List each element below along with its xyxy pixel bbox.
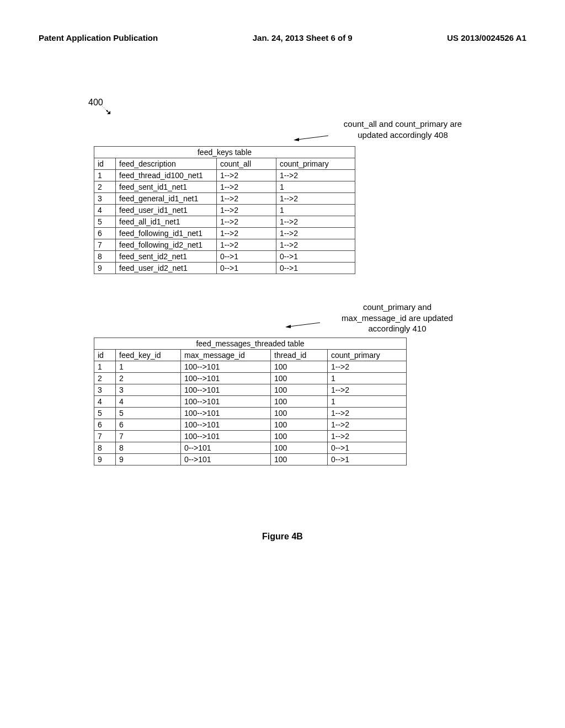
- table1-title: feed_keys table: [94, 147, 355, 158]
- table2-h1: feed_key_id: [116, 350, 181, 361]
- table-row: 2feed_sent_id1_net11-->21: [94, 181, 355, 193]
- arrow-400-icon: [99, 103, 526, 119]
- header-center: Jan. 24, 2013 Sheet 6 of 9: [253, 33, 353, 42]
- svg-line-5: [290, 323, 320, 326]
- table2-title: feed_messages_threaded table: [94, 338, 407, 350]
- table-row: 8feed_sent_id2_net10-->10-->1: [94, 251, 355, 263]
- table-row: 3feed_general_id1_net11-->21-->2: [94, 193, 355, 205]
- table-row: 22100-->1011001: [94, 373, 407, 384]
- table2-h2: max_message_id: [181, 350, 271, 361]
- table-row: 33100-->1011001-->2: [94, 384, 407, 396]
- table2-h3: thread_id: [271, 350, 328, 361]
- svg-line-3: [298, 136, 328, 140]
- table1-h3: count_primary: [276, 158, 355, 170]
- feed-messages-threaded-table: feed_messages_threaded table id feed_key…: [94, 338, 407, 465]
- callout-410-line1: count_primary and: [363, 302, 431, 312]
- table-row: 9feed_user_id2_net10-->10-->1: [94, 263, 355, 274]
- table-row: 6feed_following_id1_net11-->21-->2: [94, 228, 355, 239]
- table-row: 1feed_thread_id100_net11-->21-->2: [94, 170, 355, 181]
- table1-h2: count_all: [217, 158, 276, 170]
- callout-410-arrow-icon: [284, 321, 323, 331]
- header-left: Patent Application Publication: [39, 33, 158, 42]
- table-row: 77100-->1011001-->2: [94, 431, 407, 442]
- callout-410-line3: accordingly 410: [368, 324, 426, 333]
- table2-h4: count_primary: [328, 350, 407, 361]
- feed-messages-table-wrap: feed_messages_threaded table id feed_key…: [94, 338, 526, 465]
- table2-header-row: id feed_key_id max_message_id thread_id …: [94, 350, 407, 361]
- figure-caption: Figure 4B: [39, 532, 526, 542]
- callout-410-text: count_primary and max_message_id are upd…: [315, 302, 480, 334]
- callout-408-text: count_all and count_primary are updated …: [320, 119, 486, 140]
- feed-keys-table-wrap: feed_keys table id feed_description coun…: [94, 146, 526, 274]
- callout-408-arrow-icon: [292, 134, 331, 144]
- table-row: 5feed_all_id1_net11-->21-->2: [94, 216, 355, 228]
- table-row: 990-->1011000-->1: [94, 454, 407, 465]
- callout-408-line1: count_all and count_primary are: [344, 119, 462, 129]
- table1-header-row: id feed_description count_all count_prim…: [94, 158, 355, 170]
- table-row: 7feed_following_id2_net11-->21-->2: [94, 239, 355, 251]
- table-row: 4feed_user_id1_net11-->21: [94, 205, 355, 216]
- table-row: 11100-->1011001-->2: [94, 361, 407, 373]
- page-container: Patent Application Publication Jan. 24, …: [0, 0, 565, 575]
- table2-h0: id: [94, 350, 116, 361]
- table-row: 880-->1011000-->1: [94, 442, 407, 454]
- feed-keys-table: feed_keys table id feed_description coun…: [94, 146, 355, 274]
- svg-marker-6: [285, 325, 291, 328]
- callout-408: count_all and count_primary are updated …: [94, 119, 392, 146]
- svg-marker-4: [294, 138, 299, 141]
- header-right: US 2013/0024526 A1: [447, 33, 526, 42]
- page-header: Patent Application Publication Jan. 24, …: [39, 33, 526, 42]
- callout-410-line2: max_message_id are updated: [342, 313, 453, 323]
- table1-h1: feed_description: [116, 158, 217, 170]
- callout-410: count_primary and max_message_id are upd…: [94, 302, 392, 338]
- callout-408-line2: updated accordingly 408: [358, 130, 447, 140]
- table-row: 55100-->1011001-->2: [94, 408, 407, 419]
- table1-h0: id: [94, 158, 116, 170]
- table-row: 44100-->1011001: [94, 396, 407, 408]
- table-row: 66100-->1011001-->2: [94, 419, 407, 431]
